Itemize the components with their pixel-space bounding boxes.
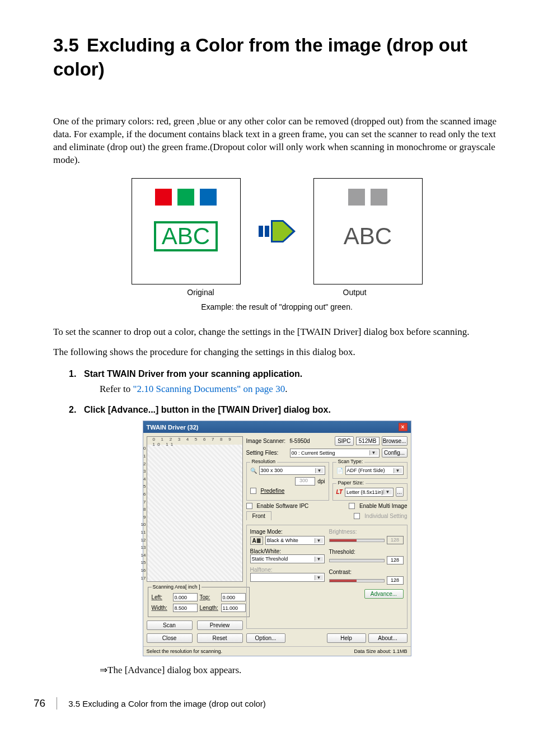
paper-size-select[interactable]: Letter (8.5x11in)▼ <box>345 488 394 497</box>
scan-type-select[interactable]: ADF (Front Side)▼ <box>345 466 404 475</box>
paper-size-icon: LT <box>336 489 343 495</box>
brightness-value: 128 <box>387 536 404 544</box>
image-scanner-value: fi-5950d <box>290 438 332 444</box>
twain-titlebar: TWAIN Driver (32) × <box>143 421 411 433</box>
step-1-body: Refer to "2.10 Scanning Documents" on pa… <box>100 384 500 395</box>
close-icon[interactable]: × <box>399 423 407 431</box>
individual-setting-checkbox <box>354 513 360 519</box>
scan-button[interactable]: Scan <box>147 620 193 630</box>
dpi-label: dpi <box>317 478 325 484</box>
step-1-number: 1. <box>53 369 84 379</box>
halftone-select: ▼ <box>250 573 325 582</box>
brightness-slider <box>329 539 385 542</box>
individual-setting-label: Individual Setting <box>364 513 407 519</box>
paragraph-2: To set the scanner to drop out a color, … <box>53 326 500 339</box>
close-button[interactable]: Close <box>147 633 193 643</box>
enable-software-ipc-label: Enable Software IPC <box>257 503 346 509</box>
predefine-label: Predefine <box>261 488 285 494</box>
example-figure: ABC ABC <box>53 178 500 284</box>
step-1-title: Start TWAIN Driver from your scanning ap… <box>84 369 302 379</box>
data-size: Data Size about: 1.1MB <box>354 648 407 654</box>
abc-original: ABC <box>154 221 218 251</box>
swatch-grey-2 <box>371 189 387 206</box>
config-button[interactable]: Config... <box>382 448 407 458</box>
image-scanner-label: Image Scanner: <box>246 438 288 444</box>
image-mode-label: Image Mode: <box>250 529 325 535</box>
scanning-area-group: Scanning Area[ inch ] Left: Top: Width: <box>148 584 250 617</box>
browse-button[interactable]: Browse... <box>382 436 407 446</box>
scanning-area-label: Scanning Area[ inch ] <box>152 584 202 590</box>
image-mode-select[interactable]: Black & White▼ <box>265 536 325 545</box>
svg-rect-1 <box>265 226 269 237</box>
contrast-slider[interactable] <box>329 579 385 582</box>
output-caption: Output <box>343 288 367 297</box>
threshold-label: Threshold: <box>329 549 404 555</box>
page-heading: 3.5Excluding a Color from the image (dro… <box>53 34 500 82</box>
option-button[interactable]: Option... <box>246 633 285 643</box>
width-label: Width: <box>152 605 171 611</box>
step-2-number: 2. <box>53 405 84 415</box>
twain-driver-dialog: TWAIN Driver (32) × 0 1 2 3 4 5 6 7 8 9 … <box>143 421 411 656</box>
enable-software-ipc-checkbox[interactable] <box>246 503 252 509</box>
predefine-checkbox[interactable] <box>250 488 256 494</box>
paper-size-label: Paper Size: <box>336 480 366 486</box>
top-label: Top: <box>200 594 219 600</box>
status-text: Select the resolution for scanning. <box>147 648 223 654</box>
memory-value: 512MB <box>356 437 380 445</box>
reset-button[interactable]: Reset <box>197 633 243 643</box>
setting-files-select[interactable]: 00 : Current Setting▼ <box>290 449 380 458</box>
page-number: 76 <box>34 697 57 710</box>
brightness-label: Brightness: <box>329 529 404 535</box>
paper-size-more-button[interactable]: ... <box>396 487 404 497</box>
enable-multi-image-checkbox[interactable] <box>349 503 355 509</box>
original-caption: Original <box>187 288 214 297</box>
threshold-slider[interactable] <box>329 559 385 562</box>
resolution-select[interactable]: 300 x 300▼ <box>259 466 325 475</box>
black-white-select[interactable]: Static Threshold▼ <box>250 554 325 563</box>
halftone-label: Halftone: <box>250 567 325 573</box>
swatch-blue <box>200 189 217 206</box>
advance-button[interactable]: Advance... <box>364 589 404 599</box>
sipc-button[interactable]: SIPC <box>335 436 354 446</box>
threshold-value[interactable]: 128 <box>387 556 404 564</box>
about-button[interactable]: About... <box>368 633 407 643</box>
contrast-label: Contrast: <box>329 569 404 575</box>
step-2-title: Click [Advance...] button in the [TWAIN … <box>84 405 331 415</box>
enable-multi-image-label: Enable Multi Image <box>359 503 407 509</box>
ruler-vertical: 01234567891011121314151617 <box>140 445 146 582</box>
output-panel: ABC <box>313 178 423 284</box>
setting-files-label: Setting Files: <box>246 450 288 456</box>
swatch-grey-1 <box>348 189 365 206</box>
abc-output: ABC <box>336 221 400 251</box>
resolution-spin[interactable]: 300 <box>295 477 315 486</box>
page-footer: 76 3.5 Excluding a Color from the image … <box>0 697 534 721</box>
help-button[interactable]: Help <box>327 633 366 643</box>
step-2-result: ⇒The [Advance] dialog box appears. <box>100 664 500 676</box>
footer-title: 3.5 Excluding a Color from the image (dr… <box>68 699 266 708</box>
length-input[interactable] <box>221 604 246 612</box>
swatch-red <box>155 189 172 206</box>
adf-icon: 📄 <box>336 468 343 474</box>
scanning-documents-link[interactable]: "2.10 Scanning Documents" on page 30 <box>133 384 285 394</box>
intro-paragraph: One of the primary colors: red, green ,b… <box>53 115 500 167</box>
example-caption: Example: the result of "dropping out" gr… <box>53 302 500 311</box>
swatch-green <box>177 189 194 206</box>
front-tab[interactable]: Front <box>246 511 271 520</box>
paragraph-3: The following shows the procedure for ch… <box>53 346 500 359</box>
top-input[interactable] <box>221 593 246 601</box>
svg-marker-3 <box>273 222 293 241</box>
preview-area[interactable]: 0 1 2 3 4 5 6 7 8 9 10 11 01234567891011… <box>147 436 243 582</box>
arrow-icon <box>257 178 297 284</box>
black-white-label: Black/White: <box>250 548 325 554</box>
image-mode-icon: A≣ <box>250 536 263 545</box>
resolution-icon: 🔍 <box>250 468 257 474</box>
twain-title-text: TWAIN Driver (32) <box>147 424 199 431</box>
contrast-value[interactable]: 128 <box>387 576 404 585</box>
preview-button[interactable]: Preview <box>197 620 243 630</box>
left-label: Left: <box>152 594 171 600</box>
left-input[interactable] <box>173 593 198 601</box>
scan-type-label: Scan Type: <box>336 459 365 464</box>
width-input[interactable] <box>173 604 198 612</box>
section-title: Excluding a Color from the image (drop o… <box>53 35 467 80</box>
result-arrow-icon: ⇒ <box>100 665 107 675</box>
